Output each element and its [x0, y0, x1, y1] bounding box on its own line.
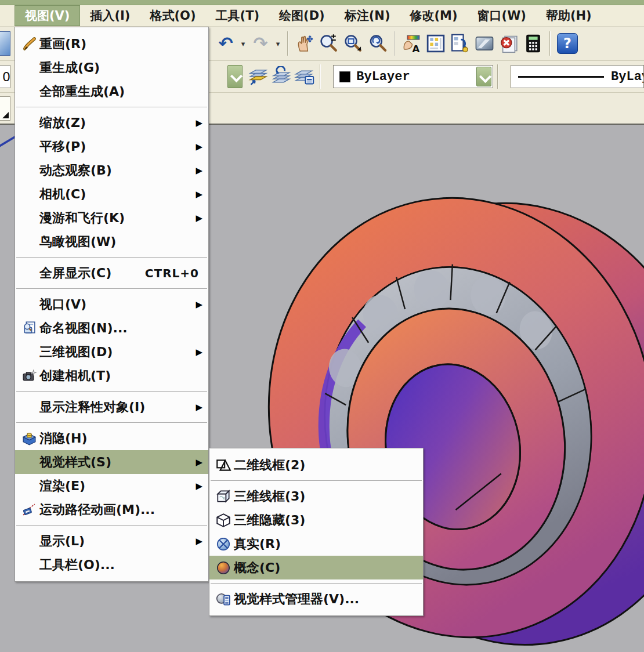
- submenu-arrow-icon: ▶: [192, 118, 202, 128]
- submenu-item-2d-wireframe[interactable]: 二维线框(2): [209, 453, 423, 477]
- menu-item-3d-views[interactable]: 三维视图(D) ▶: [15, 340, 208, 364]
- menu-window-label: 窗口(W): [477, 8, 526, 24]
- vs-manager-icon: [213, 591, 234, 607]
- layer-states-manager-button[interactable]: [293, 64, 316, 89]
- redo-button[interactable]: ↷: [248, 31, 273, 56]
- menu-item-label: 三维视图(D): [39, 343, 192, 361]
- menu-view[interactable]: 视图(V): [15, 5, 80, 26]
- color-control-combo[interactable]: ByLayer: [333, 65, 493, 88]
- quick-calculator-button[interactable]: [521, 31, 545, 56]
- menu-item-clean-screen[interactable]: 全屏显示(C) CTRL+0: [15, 261, 208, 285]
- layer-previous-icon: [271, 66, 292, 87]
- toolbar-separator: [320, 64, 321, 89]
- menu-draw[interactable]: 绘图(D): [269, 5, 335, 26]
- menu-dimension-label: 标注(N): [345, 8, 390, 24]
- menu-item-walk-fly[interactable]: 漫游和飞行(K) ▶: [15, 206, 208, 230]
- menu-insert[interactable]: 插入(I): [80, 5, 140, 26]
- menu-item-label: 显示(L): [39, 533, 192, 550]
- menu-item-redraw[interactable]: 重画(R): [15, 32, 208, 56]
- submenu-item-3d-hidden[interactable]: 三维隐藏(3): [209, 508, 423, 532]
- menu-item-regen[interactable]: 重生成(G): [15, 56, 208, 79]
- menu-item-visual-styles[interactable]: 视觉样式(S) ▶: [15, 450, 208, 474]
- menu-draw-label: 绘图(D): [279, 8, 325, 24]
- named-views-icon: [19, 320, 39, 336]
- menu-item-zoom[interactable]: 缩放(Z) ▶: [15, 111, 208, 135]
- menu-item-regen-all[interactable]: 全部重生成(A): [15, 79, 208, 103]
- menu-item-toolbars[interactable]: 工具栏(O)...: [15, 553, 208, 577]
- visual-styles-submenu-panel: 二维线框(2) 三维线框(3) 三维隐藏(3): [209, 448, 424, 616]
- linetype-control-combo[interactable]: ByLayer: [511, 65, 644, 88]
- help-icon: ?: [563, 35, 571, 52]
- menu-format[interactable]: 格式(O): [140, 5, 205, 26]
- color-control-dropdown-button[interactable]: [476, 67, 491, 86]
- menu-item-label: 渲染(E): [39, 477, 192, 495]
- menu-item-render[interactable]: 渲染(E) ▶: [15, 474, 208, 498]
- submenu-arrow-icon: ▶: [192, 213, 202, 223]
- menubar: 视图(V) 插入(I) 格式(O) 工具(T) 绘图(D) 标注(N) 修改(M…: [0, 5, 644, 27]
- hidden-3d-icon: [213, 512, 234, 528]
- toolbar-separator: [394, 31, 395, 56]
- redo-options-button[interactable]: ▾: [273, 31, 283, 56]
- properties-button[interactable]: A: [399, 31, 424, 56]
- properties-icon: A: [401, 33, 422, 54]
- menu-separator: [211, 480, 422, 481]
- layer-previous-button[interactable]: [270, 64, 293, 89]
- cropped-toolbar-icon-fragment: [0, 96, 10, 121]
- menu-item-orbit[interactable]: 动态观察(B) ▶: [15, 158, 208, 182]
- undo-icon: ↶: [218, 35, 233, 52]
- layer-name-fragment: 0: [2, 70, 10, 84]
- submenu-item-label: 视觉样式管理器(V)...: [234, 591, 417, 608]
- layer-properties-manager-button[interactable]: [424, 31, 448, 56]
- wireframe-3d-icon: [213, 488, 234, 505]
- menu-item-hide[interactable]: 消隐(H): [15, 426, 208, 450]
- layout-dialog-button[interactable]: [448, 31, 472, 56]
- sheet-set-manager-button[interactable]: [497, 31, 521, 56]
- menu-separator: [16, 107, 207, 107]
- menu-item-label: 创建相机(T): [39, 367, 192, 385]
- cropped-toolbar-icon-fragment: [0, 31, 10, 56]
- submenu-item-conceptual[interactable]: 概念(C): [209, 556, 423, 579]
- make-object-layer-current-button[interactable]: [247, 64, 270, 89]
- menu-separator: [211, 583, 422, 584]
- submenu-item-realistic[interactable]: 真实(R): [209, 532, 423, 556]
- submenu-arrow-icon: ▶: [192, 402, 202, 412]
- layer-properties-manager-icon: [425, 33, 446, 54]
- calculator-icon: [523, 33, 544, 54]
- pan-button[interactable]: [292, 31, 317, 56]
- zoom-window-button[interactable]: [341, 31, 366, 56]
- menu-item-label: 运动路径动画(M)...: [39, 501, 192, 519]
- submenu-item-visual-styles-manager[interactable]: 视觉样式管理器(V)...: [209, 587, 423, 611]
- render-button[interactable]: [472, 31, 497, 56]
- menu-help[interactable]: 帮助(H): [536, 5, 602, 26]
- undo-options-button[interactable]: ▾: [238, 31, 248, 56]
- menu-modify[interactable]: 修改(M): [400, 5, 467, 26]
- submenu-arrow-icon: ▶: [192, 457, 202, 468]
- submenu-item-label: 三维线框(3): [234, 488, 417, 505]
- menu-item-aerial-view[interactable]: 鸟瞰视图(W): [15, 230, 208, 253]
- menu-item-label: 鸟瞰视图(W): [39, 233, 192, 251]
- menu-dimension[interactable]: 标注(N): [335, 5, 400, 26]
- menu-window[interactable]: 窗口(W): [468, 5, 536, 26]
- zoom-realtime-button[interactable]: [317, 31, 341, 56]
- menu-item-label: 显示注释性对象(I): [39, 399, 192, 416]
- help-button[interactable]: ?: [557, 33, 578, 54]
- menu-tools[interactable]: 工具(T): [206, 5, 270, 26]
- color-control-value: ByLayer: [356, 70, 410, 84]
- menu-item-display[interactable]: 显示(L) ▶: [15, 529, 208, 553]
- menu-item-named-views[interactable]: 命名视图(N)...: [15, 316, 208, 340]
- layer-combo-dropdown-button[interactable]: [227, 65, 243, 88]
- submenu-item-3d-wireframe[interactable]: 三维线框(3): [209, 484, 423, 508]
- menu-item-camera[interactable]: 相机(C) ▶: [15, 182, 208, 206]
- toolbar-separator: [497, 64, 498, 89]
- layer-states-manager-icon: [294, 66, 315, 87]
- menu-item-motion-path-animations[interactable]: 运动路径动画(M)...: [15, 498, 208, 521]
- zoom-previous-button[interactable]: [366, 31, 390, 56]
- toolbar-separator: [287, 31, 288, 56]
- menu-item-label: 动态观察(B): [39, 162, 192, 179]
- undo-button[interactable]: ↶: [214, 31, 238, 56]
- menu-item-pan[interactable]: 平移(P) ▶: [15, 135, 208, 158]
- menu-item-label: 相机(C): [39, 186, 192, 203]
- menu-item-viewports[interactable]: 视口(V) ▶: [15, 292, 208, 316]
- menu-item-show-annotative-objects[interactable]: 显示注释性对象(I) ▶: [15, 395, 208, 419]
- menu-item-create-camera[interactable]: 创建相机(T): [15, 364, 208, 387]
